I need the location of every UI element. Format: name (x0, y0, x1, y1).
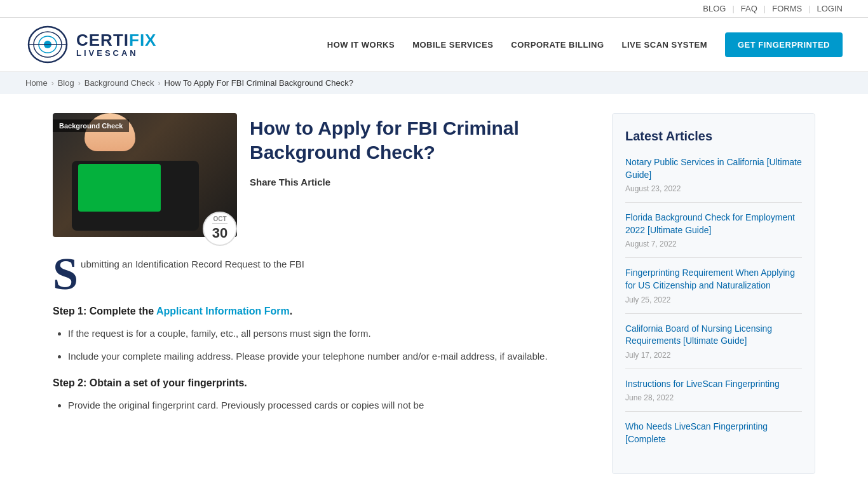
applicant-form-link[interactable]: Applicant Information Form (156, 306, 290, 316)
bullet-2-1: Provide the original fingerprint card. P… (68, 398, 587, 414)
article-area: Background Check OCT 30 How to Apply for… (53, 113, 587, 474)
main-layout: Background Check OCT 30 How to Apply for… (27, 94, 841, 488)
nav-how-it-works[interactable]: HOW IT WORKS (327, 40, 395, 50)
breadcrumb-blog[interactable]: Blog (58, 78, 74, 88)
logo-tagline: LIVESCAN (76, 49, 156, 58)
date-month: OCT (213, 215, 226, 223)
step1-heading: Step 1: Complete the Applicant Informati… (53, 306, 587, 317)
nav-live-scan[interactable]: LIVE SCAN SYSTEM (622, 40, 707, 50)
get-fingerprinted-button[interactable]: GET FINGERPRINTED (725, 32, 843, 57)
step2-heading: Step 2: Obtain a set of your fingerprint… (53, 377, 587, 389)
sidebar-article-date-1: August 7, 2022 (625, 240, 802, 248)
article-title: How to Apply for FBI Criminal Background… (250, 116, 587, 164)
step1-label: Step 1: Complete the (53, 306, 156, 316)
article-body: S ubmitting an Identification Record Req… (53, 256, 587, 414)
scanner-finger (85, 113, 135, 151)
sidebar-title: Latest Articles (625, 129, 802, 144)
nav-corporate-billing[interactable]: CORPORATE BILLING (511, 40, 604, 50)
logo-area: CERTIFIX LIVESCAN (25, 25, 156, 64)
bc-sep-3: › (158, 79, 161, 88)
sidebar-article-0: Notary Public Services in California [Ul… (625, 156, 802, 203)
share-label: Share This Article (250, 177, 330, 187)
article-image-wrap: Background Check OCT 30 (53, 113, 237, 237)
top-login-link[interactable]: LOGIN (817, 4, 843, 13)
sidebar-article-date-0: August 23, 2022 (625, 184, 802, 193)
sidebar-article-title-1[interactable]: Florida Background Check for Employment … (625, 212, 802, 236)
logo-name: CERTIFIX (76, 31, 156, 50)
header: CERTIFIX LIVESCAN HOW IT WORKS MOBILE SE… (0, 18, 868, 72)
sep3: | (808, 4, 810, 13)
scanner-base (72, 161, 199, 231)
date-day: 30 (212, 223, 227, 241)
sep1: | (732, 4, 734, 13)
sidebar-article-date-2: July 25, 2022 (625, 295, 802, 304)
top-blog-link[interactable]: BLOG (703, 4, 726, 13)
logo-text: CERTIFIX LIVESCAN (76, 31, 156, 58)
breadcrumb-current: How To Apply For FBI Criminal Background… (165, 78, 353, 88)
breadcrumb-category[interactable]: Background Check (85, 78, 154, 88)
sidebar-article-date-3: July 17, 2022 (625, 351, 802, 360)
sidebar-article-title-2[interactable]: Fingerprinting Requirement When Applying… (625, 267, 802, 292)
breadcrumb-home[interactable]: Home (25, 78, 48, 88)
breadcrumb: Home › Blog › Background Check › How To … (0, 72, 868, 94)
bc-sep-2: › (78, 79, 81, 88)
step1-end: . (290, 306, 292, 316)
logo-icon (25, 25, 70, 64)
sidebar-article-4: Instructions for LiveScan Fingerprinting… (625, 369, 802, 412)
drop-cap-letter: S (53, 256, 78, 293)
sep2: | (764, 4, 766, 13)
sidebar-article-title-4[interactable]: Instructions for LiveScan Fingerprinting (625, 378, 802, 391)
nav-mobile-services[interactable]: MOBILE SERVICES (412, 40, 493, 50)
drop-cap-text: ubmitting an Identification Record Reque… (81, 256, 304, 273)
top-forms-link[interactable]: FORMS (772, 4, 802, 13)
step2-bullets: Provide the original fingerprint card. P… (53, 398, 587, 414)
date-badge: OCT 30 (203, 212, 237, 246)
sidebar-article-title-5[interactable]: Who Needs LiveScan Fingerprinting [Compl… (625, 421, 802, 445)
scanner-screen (78, 164, 161, 212)
sidebar-article-title-0[interactable]: Notary Public Services in California [Ul… (625, 156, 802, 181)
bullet-1-1: If the request is for a couple, family, … (68, 326, 587, 342)
top-faq-link[interactable]: FAQ (741, 4, 757, 13)
sidebar-article-3: California Board of Nursing Licensing Re… (625, 314, 802, 369)
sidebar-article-2: Fingerprinting Requirement When Applying… (625, 258, 802, 313)
sidebar-article-5: Who Needs LiveScan Fingerprinting [Compl… (625, 412, 802, 458)
sidebar-article-date-4: June 28, 2022 (625, 393, 802, 402)
drop-cap-paragraph: S ubmitting an Identification Record Req… (53, 256, 587, 293)
bc-sep-1: › (51, 79, 54, 88)
bullet-1-2: Include your complete mailing address. P… (68, 349, 587, 365)
category-badge: Background Check (53, 119, 129, 132)
main-nav: HOW IT WORKS MOBILE SERVICES CORPORATE B… (327, 32, 843, 57)
article-title-area: How to Apply for FBI Criminal Background… (250, 113, 587, 187)
article-header: Background Check OCT 30 How to Apply for… (53, 113, 587, 237)
step1-bullets: If the request is for a couple, family, … (53, 326, 587, 365)
top-bar: BLOG | FAQ | FORMS | LOGIN (0, 0, 868, 18)
sidebar-article-1: Florida Background Check for Employment … (625, 203, 802, 258)
sidebar-article-title-3[interactable]: California Board of Nursing Licensing Re… (625, 323, 802, 348)
sidebar-box: Latest Articles Notary Public Services i… (612, 113, 815, 474)
sidebar: Latest Articles Notary Public Services i… (612, 113, 815, 474)
